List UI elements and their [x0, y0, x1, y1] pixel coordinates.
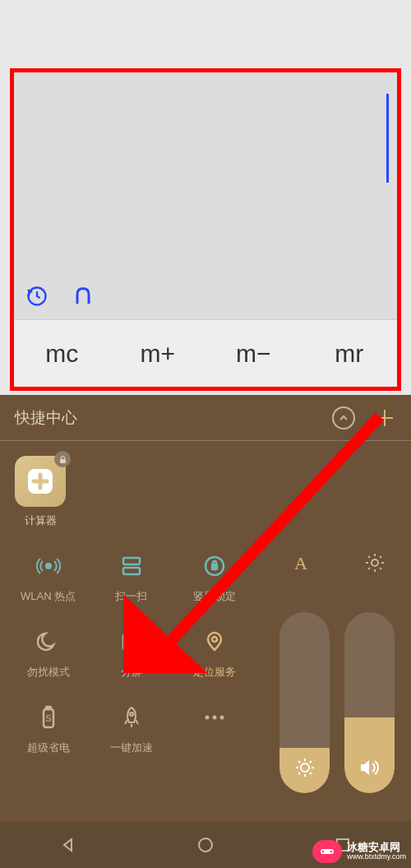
annotation-red-box: mc m+ m− mr [10, 68, 401, 391]
toggle-label: 超级省电 [27, 740, 70, 755]
mr-button[interactable]: mr [302, 320, 398, 387]
unit-icon[interactable] [72, 285, 95, 311]
svg-rect-12 [46, 707, 51, 709]
toggle-scan[interactable]: 扫一扫 [90, 551, 173, 604]
toggle-power-save[interactable]: S 超级省电 [7, 703, 90, 755]
svg-rect-8 [123, 634, 130, 649]
wifi-hotspot-icon [34, 551, 63, 581]
app-dock: 计算器 [0, 441, 411, 543]
svg-point-14 [130, 713, 133, 716]
split-screen-icon [117, 627, 146, 657]
calculator-memory-row: mc m+ m− mr [14, 319, 397, 387]
svg-text:S: S [45, 713, 51, 723]
calculator-app-icon [15, 456, 66, 507]
mc-button[interactable]: mc [14, 320, 110, 387]
toggle-dnd[interactable]: 勿扰模式 [7, 627, 90, 680]
watermark: 冰糖安卓网 www.btxtdmy.com [312, 840, 406, 863]
brightness-slider[interactable] [279, 612, 330, 793]
svg-point-19 [372, 559, 378, 566]
toggle-rotation-lock[interactable]: 竖屏锁定 [173, 551, 256, 604]
add-button[interactable] [373, 406, 396, 429]
watermark-logo-icon [312, 840, 342, 863]
text-cursor [386, 94, 389, 183]
toggle-label: 竖屏锁定 [193, 589, 236, 604]
svg-rect-5 [123, 568, 140, 574]
svg-rect-2 [60, 459, 66, 463]
svg-point-27 [322, 851, 324, 852]
location-pin-icon [200, 627, 229, 657]
toggle-label: WLAN 热点 [21, 589, 76, 604]
nav-home-button[interactable] [194, 833, 217, 856]
watermark-name: 冰糖安卓网 [347, 842, 406, 853]
moon-icon [34, 627, 63, 657]
svg-point-16 [213, 716, 217, 720]
svg-point-17 [220, 716, 224, 720]
history-icon[interactable] [25, 285, 48, 311]
volume-icon [358, 757, 381, 782]
toggle-location[interactable]: 定位服务 [173, 627, 256, 680]
app-tile-calculator[interactable]: 计算器 [15, 456, 66, 528]
toggle-label: 勿扰模式 [27, 665, 70, 680]
toggle-label: 扫一扫 [115, 589, 147, 604]
font-size-icon[interactable]: A [289, 551, 313, 579]
settings-gear-icon[interactable] [363, 551, 386, 579]
m-plus-button[interactable]: m+ [110, 320, 206, 387]
right-column: A [263, 551, 411, 793]
brightness-icon [294, 757, 316, 782]
toggle-boost[interactable]: 一键加速 [90, 703, 173, 755]
svg-point-3 [46, 564, 51, 569]
m-minus-button[interactable]: m− [206, 320, 302, 387]
calculator-area: mc m+ m− mr [0, 0, 411, 395]
collapse-button[interactable] [332, 406, 355, 429]
panel-header: 快捷中心 [0, 395, 411, 441]
nav-back-button[interactable] [57, 833, 80, 856]
lock-badge-icon [54, 451, 71, 467]
volume-slider[interactable] [344, 612, 395, 793]
toggle-wlan-hotspot[interactable]: WLAN 热点 [7, 551, 90, 604]
quick-control-panel: 快捷中心 计算器 WLAN [0, 395, 411, 839]
toggle-label: 分屏 [121, 665, 142, 680]
rocket-icon [117, 703, 146, 732]
app-label: 计算器 [25, 513, 57, 528]
toggle-more[interactable] [173, 703, 256, 755]
svg-text:A: A [294, 553, 307, 573]
panel-title: 快捷中心 [15, 407, 332, 429]
more-dots-icon [200, 703, 229, 732]
watermark-url: www.btxtdmy.com [347, 853, 406, 861]
svg-point-22 [199, 838, 212, 852]
toggles-grid: WLAN 热点 扫一扫 竖屏锁定 勿扰模式 [0, 551, 263, 778]
svg-point-28 [330, 851, 332, 852]
svg-rect-4 [123, 558, 140, 564]
svg-point-10 [212, 637, 217, 642]
svg-rect-7 [212, 564, 217, 569]
svg-rect-9 [133, 634, 140, 649]
rotation-lock-icon [200, 551, 229, 581]
svg-rect-26 [323, 849, 331, 854]
svg-point-20 [301, 764, 309, 772]
calculator-display[interactable] [14, 72, 397, 319]
scan-icon [117, 551, 146, 581]
toggle-split-screen[interactable]: 分屏 [90, 627, 173, 680]
toggle-label: 定位服务 [193, 665, 236, 680]
battery-icon: S [34, 703, 63, 732]
toggle-label: 一键加速 [110, 740, 153, 755]
svg-point-15 [206, 716, 210, 720]
